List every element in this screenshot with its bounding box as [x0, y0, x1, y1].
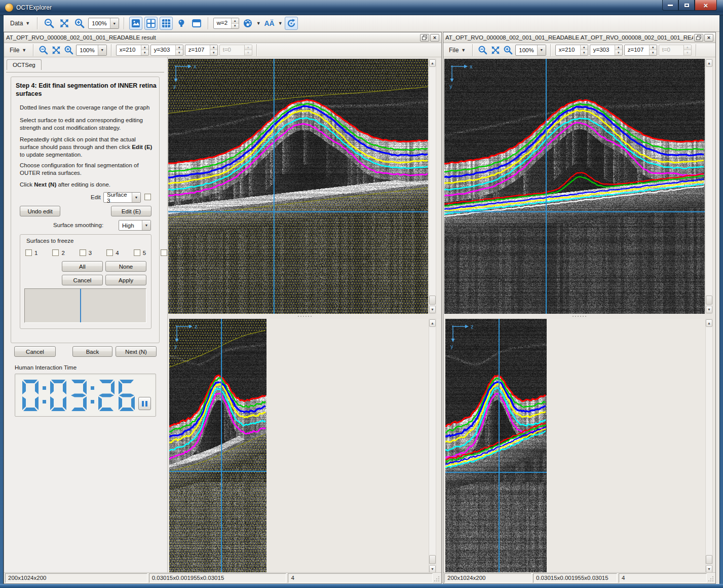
zoom-in-button[interactable]: [63, 45, 74, 56]
split-layout-button[interactable]: [190, 17, 203, 30]
spin-down-icon[interactable]: ▼: [232, 24, 239, 29]
spin-down-icon[interactable]: ▼: [141, 50, 148, 55]
combo-arrow-icon[interactable]: ▼: [110, 18, 119, 28]
freeze-surface-checkbox[interactable]: [134, 249, 140, 256]
zoom-level-combo[interactable]: 100% ▼: [76, 45, 106, 56]
oct-xy-slice-view[interactable]: [444, 59, 705, 314]
y-coordinate-spinner[interactable]: y=303 ▲▼: [590, 45, 623, 56]
oct-xy-slice-view[interactable]: [168, 59, 428, 314]
scroll-down-icon[interactable]: ▼: [429, 565, 436, 572]
freeze-cancel-button[interactable]: Cancel: [62, 275, 103, 285]
combo-arrow-icon[interactable]: ▼: [98, 45, 106, 55]
subwindow-titlebar[interactable]: AT_OPT_RVO_000008_002_001_001_READABLE A…: [443, 32, 715, 43]
scroll-down-icon[interactable]: ▼: [429, 306, 436, 313]
freeze-all-button[interactable]: All: [62, 261, 103, 272]
zoom-out-button[interactable]: [38, 45, 49, 56]
vertical-scrollbar[interactable]: ▲ ▼: [705, 59, 713, 314]
freeze-surface-checkbox[interactable]: [106, 249, 113, 256]
wizard-back-button[interactable]: Back: [72, 346, 112, 357]
vertical-scrollbar[interactable]: ▲ ▼: [429, 59, 436, 314]
spin-up-icon[interactable]: ▲: [615, 45, 622, 51]
scroll-up-icon[interactable]: ▲: [429, 319, 436, 327]
scrollbar-track[interactable]: [706, 327, 712, 565]
scrollbar-track[interactable]: [706, 67, 712, 306]
spin-up-icon[interactable]: ▲: [210, 45, 217, 51]
z-coordinate-spinner[interactable]: z=107 ▲▼: [624, 45, 657, 56]
spin-down-icon[interactable]: ▼: [176, 50, 183, 55]
freeze-surface-checkbox[interactable]: [25, 249, 32, 256]
zoom-in-button[interactable]: [503, 45, 514, 56]
freeze-surface-checkbox[interactable]: [80, 249, 86, 256]
wizard-next-button[interactable]: Next (N): [116, 346, 157, 357]
subwindow-titlebar[interactable]: AT_OPT_RVO_000008_002_001_001_READABLE r…: [4, 32, 441, 43]
spin-down-icon[interactable]: ▼: [615, 50, 622, 55]
resize-grip[interactable]: [434, 575, 440, 581]
minimize-button[interactable]: [662, 0, 678, 11]
close-button[interactable]: ×: [695, 0, 717, 11]
spin-up-icon[interactable]: ▲: [176, 45, 183, 51]
spin-up-icon[interactable]: ▲: [232, 18, 239, 24]
oct-zy-slice-view[interactable]: [169, 319, 267, 572]
y-coordinate-spinner[interactable]: y=303 ▲▼: [150, 45, 183, 56]
grid-view-toggle[interactable]: [160, 17, 173, 30]
zoom-level-combo[interactable]: 100% ▼: [515, 45, 546, 56]
refresh-button[interactable]: [285, 17, 298, 30]
z-coordinate-spinner[interactable]: z=107 ▲▼: [185, 45, 218, 56]
linked-cursor-toggle[interactable]: [144, 17, 158, 30]
scrollbar-track[interactable]: [429, 67, 436, 306]
scrollbar-thumb[interactable]: [429, 296, 436, 305]
chevron-down-icon[interactable]: ▼: [278, 21, 283, 26]
show-image-toggle[interactable]: [129, 17, 142, 30]
zoom-out-button[interactable]: [477, 45, 488, 56]
restore-icon[interactable]: [420, 34, 429, 42]
freeze-surface-checkbox[interactable]: [161, 249, 167, 256]
freeze-surface-checkbox[interactable]: [52, 249, 59, 256]
spin-down-icon[interactable]: ▼: [650, 50, 657, 55]
zoom-fit-button[interactable]: [490, 45, 501, 56]
smoothing-select[interactable]: High ▼: [119, 220, 151, 231]
vertical-scrollbar[interactable]: ▲ ▼: [705, 319, 713, 572]
surface-select[interactable]: Surface 3 ▼: [103, 192, 141, 203]
scrollbar-thumb[interactable]: [429, 555, 436, 564]
edit-option-checkbox[interactable]: [144, 194, 151, 200]
tab-octseg[interactable]: OCTSeg: [7, 59, 42, 70]
x-coordinate-spinner[interactable]: x=210 ▲▼: [116, 45, 149, 56]
wizard-cancel-button[interactable]: Cancel: [14, 346, 56, 357]
close-icon[interactable]: ×: [704, 34, 713, 42]
combo-arrow-icon[interactable]: ▼: [537, 45, 546, 55]
chevron-down-icon[interactable]: ▼: [256, 21, 261, 26]
lightbulb-button[interactable]: [175, 17, 188, 30]
palette-button[interactable]: [241, 17, 254, 30]
pause-timer-button[interactable]: [138, 397, 151, 410]
combo-arrow-icon[interactable]: ▼: [142, 220, 150, 230]
file-menu-button[interactable]: File ▼: [446, 45, 468, 55]
freeze-none-button[interactable]: None: [105, 261, 146, 272]
spin-up-icon[interactable]: ▲: [650, 45, 657, 51]
font-settings-button[interactable]: AÄ: [263, 17, 276, 30]
zoom-fit-button[interactable]: [58, 17, 71, 30]
spin-down-icon[interactable]: ▼: [581, 50, 588, 55]
maximize-button[interactable]: [678, 0, 695, 11]
scroll-up-icon[interactable]: ▲: [429, 59, 436, 67]
resize-grip[interactable]: [708, 575, 714, 581]
view-splitter[interactable]: [443, 314, 715, 319]
undo-edit-button[interactable]: Undo edit: [20, 206, 60, 216]
scrollbar-track[interactable]: [429, 327, 436, 565]
scroll-down-icon[interactable]: ▼: [706, 306, 712, 313]
zoom-in-button[interactable]: [73, 17, 86, 30]
line-width-spinner[interactable]: w=2 ▲▼: [213, 18, 239, 29]
scroll-up-icon[interactable]: ▲: [706, 59, 712, 67]
zoom-out-button[interactable]: [43, 17, 56, 30]
spin-up-icon[interactable]: ▲: [581, 45, 588, 51]
x-coordinate-spinner[interactable]: x=210 ▲▼: [555, 45, 588, 56]
scrollbar-thumb[interactable]: [706, 555, 712, 564]
view-splitter[interactable]: [168, 314, 441, 319]
file-menu-button[interactable]: File ▼: [7, 45, 29, 55]
combo-arrow-icon[interactable]: ▼: [132, 193, 140, 202]
scroll-down-icon[interactable]: ▼: [706, 565, 712, 572]
restore-icon[interactable]: [694, 34, 703, 42]
close-icon[interactable]: ×: [430, 34, 439, 42]
zoom-level-combo[interactable]: 100% ▼: [88, 18, 119, 29]
scrollbar-thumb[interactable]: [706, 296, 712, 305]
spin-up-icon[interactable]: ▲: [141, 45, 148, 51]
